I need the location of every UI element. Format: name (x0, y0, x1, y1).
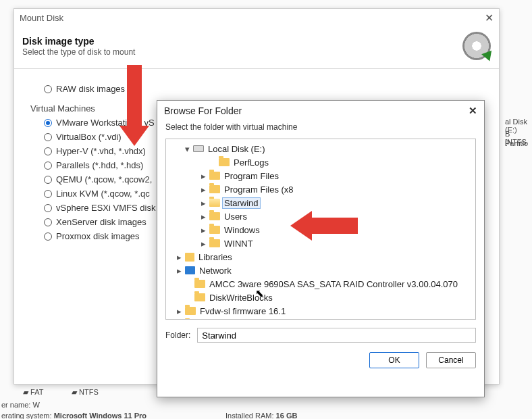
radio-icon (44, 162, 52, 170)
tree-label: PerfLogs (232, 157, 270, 168)
folder-icon (209, 239, 220, 247)
ok-button[interactable]: OK (369, 352, 419, 368)
radio-label: QEMU (*.qcow, *.qcow2, (56, 174, 152, 184)
disc-icon (462, 32, 491, 60)
radio-raw[interactable]: RAW disk images (44, 84, 483, 94)
bg-ram-val: 16 GB (276, 412, 298, 419)
tree-node-program-files-x86[interactable]: Program Files (x8 (170, 182, 471, 196)
tree-label: Local Disk (E:) (207, 144, 267, 154)
tree-node-starwind[interactable]: Starwind (170, 196, 471, 210)
chevron-right-icon (176, 306, 182, 316)
tree-label: fvdw-sl-console-6-18-1-v2-29jul2019-32bi… (198, 320, 369, 320)
tree-label: WINNT (223, 239, 255, 249)
chevron-right-icon (176, 266, 182, 276)
tree-label: Fvdw-sl firmware 16.1 (198, 306, 287, 316)
radio-icon (44, 147, 52, 155)
chevron-right-icon (176, 252, 182, 262)
tree-label: Libraries (197, 252, 234, 262)
folder-icon (185, 307, 196, 315)
radio-icon (44, 232, 52, 241)
folder-field-label: Folder: (165, 330, 190, 340)
bg-os-label: erating system: (1, 412, 52, 419)
tree-label: Program Files (x8 (223, 184, 295, 195)
chevron-down-icon (184, 144, 190, 154)
radio-icon (44, 119, 52, 127)
folder-icon (194, 280, 205, 288)
tree-node-fvdw-firmware[interactable]: Fvdw-sl firmware 16.1 (170, 304, 471, 318)
radio-icon (44, 133, 52, 141)
tree-node-program-files[interactable]: Program Files (170, 169, 471, 182)
tree-node-network[interactable]: Network (170, 264, 471, 277)
bg-ram-label: Installed RAM: (225, 412, 274, 419)
folder-field[interactable] (197, 328, 476, 343)
folder-icon (219, 158, 230, 166)
folder-icon (209, 172, 220, 180)
radio-icon (44, 204, 52, 212)
tree-label: Starwind (223, 198, 260, 208)
tree-label: Program Files (223, 171, 280, 181)
bg-ntfs: NTFS (79, 388, 99, 396)
radio-icon (44, 176, 52, 184)
tree-node-diskwriteblocks[interactable]: DiskWriteBlocks (170, 291, 471, 304)
radio-label: XenServer disk images (56, 217, 147, 227)
radio-label: Proxmox disk images (56, 231, 140, 241)
bg-side3: Partitio (505, 139, 528, 147)
tree-node-perflogs[interactable]: PerfLogs (170, 155, 471, 169)
radio-label: RAW disk images (56, 84, 125, 94)
tree-label: Windows (223, 225, 261, 235)
tree-node-amcc[interactable]: AMCC 3ware 9690SA SAS_SATA RAID Controll… (170, 277, 471, 291)
chevron-right-icon (200, 225, 207, 235)
tree-node-libraries[interactable]: Libraries (170, 250, 471, 264)
chevron-right-icon (200, 184, 207, 195)
network-icon (185, 266, 195, 274)
tree-label: Network (198, 266, 233, 276)
chevron-right-icon (200, 198, 207, 208)
bg-os-val: Microsoft Windows 11 Pro (54, 412, 147, 419)
chevron-right-icon (200, 171, 207, 181)
folder-icon (194, 293, 205, 301)
chevron-right-icon (200, 239, 207, 249)
radio-label: vSphere ESXi VMFS disk in (56, 203, 165, 213)
tree-label: Users (223, 212, 248, 222)
annotation-arrow-down (123, 65, 146, 146)
dialog-instruction: Select the folder with virtual machine (157, 120, 484, 139)
bg-user: er name: W (1, 401, 40, 409)
tree-node-fvdw-console[interactable]: fvdw-sl-console-6-18-1-v2-29jul2019-32bi… (170, 318, 471, 320)
radio-icon (44, 190, 52, 198)
bg-fat: FAT (30, 388, 43, 396)
chevron-right-icon (176, 320, 182, 320)
close-icon[interactable]: ✕ (485, 11, 494, 24)
window-title: Mount Disk (20, 13, 63, 23)
cancel-button[interactable]: Cancel (426, 352, 476, 368)
radio-label: Linux KVM (*.qcow, *.qc (56, 189, 150, 199)
folder-icon (209, 226, 220, 234)
tree-node-winnt[interactable]: WINNT (170, 237, 471, 250)
radio-label: Hyper-V (*.vhd, *.vhdx) (56, 146, 146, 156)
page-subheading: Select the type of disk to mount (22, 47, 135, 57)
radio-label: VirtualBox (*.vdi) (56, 132, 122, 142)
libraries-icon (185, 253, 194, 262)
folder-open-icon (209, 199, 220, 207)
radio-label: Parallels (*.hdd, *.hds) (56, 160, 143, 170)
tree-label: AMCC 3ware 9690SA SAS_SATA RAID Controll… (208, 279, 459, 289)
page-heading: Disk image type (22, 36, 95, 47)
close-icon[interactable]: ✕ (469, 105, 477, 117)
folder-icon (209, 185, 220, 193)
radio-icon (44, 218, 52, 226)
drive-icon (193, 145, 204, 152)
radio-icon (44, 85, 52, 93)
tree-node-local-disk-e[interactable]: Local Disk (E:) (170, 142, 471, 155)
annotation-arrow-left (290, 211, 358, 238)
tree-label: DiskWriteBlocks (208, 293, 274, 303)
browse-folder-dialog: Browse For Folder ✕ Select the folder wi… (157, 100, 485, 397)
folder-icon (209, 212, 220, 220)
chevron-right-icon (200, 212, 207, 222)
dialog-title: Browse For Folder (164, 105, 242, 116)
